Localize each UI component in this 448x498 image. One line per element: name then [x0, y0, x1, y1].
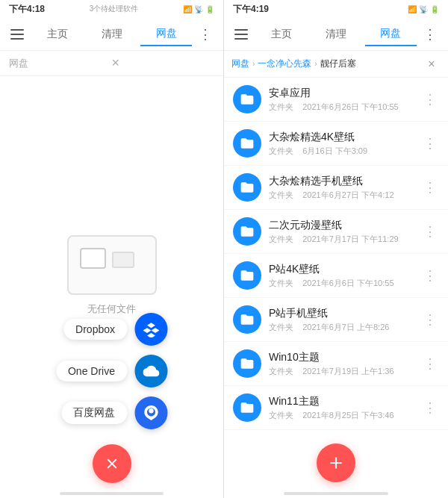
onedrive-icon	[143, 363, 159, 379]
breadcrumb-root[interactable]: 网盘	[231, 57, 249, 70]
file-name: 大杂烩精选手机壁纸	[269, 175, 421, 188]
file-item[interactable]: 安卓应用 文件夹 2021年6月26日 下午10:55 ⋮	[224, 78, 448, 122]
baidu-button[interactable]	[134, 396, 167, 429]
file-item[interactable]: P站手机壁纸 文件夹 2021年6月7日 上午8:26 ⋮	[224, 298, 448, 342]
file-info: 安卓应用 文件夹 2021年6月26日 下午10:55	[269, 87, 421, 113]
file-info: Win11主题 文件夹 2021年8月25日 下午3:46	[269, 395, 421, 421]
file-folder-icon	[233, 173, 261, 202]
left-panel: 下午4:18 3个待处理软件 📶 📡 🔋 主页 清理 网盘 ⋮ 网盘 × 无任何…	[0, 0, 224, 498]
file-item[interactable]: Win11主题 文件夹 2021年8月25日 下午3:46 ⋮	[224, 386, 448, 430]
file-info: Win10主题 文件夹 2021年7月19日 上午1:36	[269, 351, 421, 377]
left-tab-cloud[interactable]: 网盘	[140, 22, 192, 46]
folder-icon	[240, 92, 255, 107]
file-meta: 文件夹 2021年6月7日 上午8:26	[269, 322, 421, 333]
left-signal-icon: 📶	[183, 5, 192, 13]
breadcrumb-sep1: ›	[252, 60, 255, 68]
right-panel: 下午4:19 📶 📡 🔋 主页 清理 网盘 ⋮ 网盘 › 一念净心先森 › 靓仔…	[224, 0, 448, 498]
onedrive-item[interactable]: One Drive	[56, 355, 167, 387]
onedrive-label: One Drive	[56, 361, 127, 382]
right-battery-icon: 🔋	[430, 5, 439, 13]
file-name: Win11主题	[269, 395, 421, 408]
file-info: 二次元动漫壁纸 文件夹 2021年7月17日 下午11:29	[269, 219, 421, 245]
file-more-icon[interactable]: ⋮	[421, 178, 439, 196]
dropbox-item[interactable]: Dropbox	[63, 313, 167, 346]
left-empty-illustration	[67, 235, 157, 295]
left-empty-area: 无任何文件 Dropbox One Drive	[0, 76, 223, 489]
file-item[interactable]: 大杂烩精选手机壁纸 文件夹 2021年6月27日 下午4:12 ⋮	[224, 166, 448, 210]
breadcrumb-parent[interactable]: 一念净心先森	[258, 57, 311, 70]
left-battery-icon: 🔋	[205, 5, 214, 13]
file-more-icon[interactable]: ⋮	[421, 267, 439, 284]
file-folder-icon	[233, 129, 261, 158]
left-menu-icon[interactable]	[7, 24, 28, 45]
onedrive-button[interactable]	[134, 355, 167, 387]
left-search-close-icon[interactable]: ×	[112, 55, 215, 71]
right-time: 下午4:19	[233, 3, 269, 16]
file-item[interactable]: 二次元动漫壁纸 文件夹 2021年7月17日 下午11:29 ⋮	[224, 210, 448, 254]
file-meta: 文件夹 6月16日 下午3:09	[269, 146, 421, 157]
file-info: P站4K壁纸 文件夹 2021年6月6日 下午10:55	[269, 263, 421, 289]
file-item[interactable]: Win10主题 文件夹 2021年7月19日 上午1:36 ⋮	[224, 342, 448, 386]
file-name: P站4K壁纸	[269, 263, 421, 276]
left-status-bar: 下午4:18 3个待处理软件 📶 📡 🔋	[0, 0, 223, 18]
right-wifi-icon: 📡	[419, 5, 428, 13]
folder-icon	[240, 224, 255, 239]
file-more-icon[interactable]: ⋮	[421, 222, 439, 240]
file-item[interactable]: P站4K壁纸 文件夹 2021年6月6日 下午10:55 ⋮	[224, 254, 448, 298]
file-list: 安卓应用 文件夹 2021年6月26日 下午10:55 ⋮ 大杂烩精选4K壁纸 …	[224, 78, 448, 437]
file-folder-icon	[233, 85, 261, 113]
cloud-service-popup: Dropbox One Drive	[56, 313, 167, 429]
file-meta: 文件夹 2021年8月25日 下午3:46	[269, 410, 421, 421]
file-more-icon[interactable]: ⋮	[421, 134, 439, 152]
file-folder-icon	[233, 261, 261, 290]
add-icon	[326, 453, 346, 473]
baidu-item[interactable]: 百度网盘	[61, 396, 167, 429]
left-subtitle: 3个待处理软件	[90, 4, 139, 14]
file-more-icon[interactable]: ⋮	[421, 355, 439, 373]
file-name: P站手机壁纸	[269, 307, 421, 320]
left-status-icons: 📶 📡 🔋	[183, 5, 214, 13]
dropbox-label: Dropbox	[63, 319, 127, 340]
file-meta: 文件夹 2021年6月6日 下午10:55	[269, 278, 421, 289]
file-more-icon[interactable]: ⋮	[421, 90, 439, 108]
breadcrumb: 网盘 › 一念净心先森 › 靓仔后塞 ×	[224, 51, 448, 78]
right-fab-container	[224, 437, 448, 489]
breadcrumb-sep2: ›	[314, 60, 317, 68]
right-add-fab[interactable]	[317, 443, 355, 482]
file-folder-icon	[233, 393, 261, 422]
left-search-label: 网盘	[9, 57, 112, 70]
file-more-icon[interactable]: ⋮	[421, 311, 439, 329]
right-menu-icon[interactable]	[231, 24, 252, 45]
right-tab-home[interactable]: 主页	[255, 23, 307, 46]
right-more-icon[interactable]: ⋮	[420, 24, 441, 45]
file-name: Win10主题	[269, 351, 421, 364]
file-name: 大杂烩精选4K壁纸	[269, 131, 421, 144]
file-more-icon[interactable]: ⋮	[421, 399, 439, 417]
left-cancel-icon	[104, 455, 120, 472]
right-status-icons: 📶 📡 🔋	[408, 5, 439, 13]
right-signal-icon: 📶	[408, 5, 417, 13]
file-folder-icon	[233, 305, 261, 334]
folder-icon	[240, 312, 255, 327]
right-tab-cloud[interactable]: 网盘	[365, 22, 417, 46]
right-status-bar: 下午4:19 📶 📡 🔋	[224, 0, 448, 18]
folder-icon	[240, 400, 255, 415]
file-folder-icon	[233, 349, 261, 378]
folder-icon	[240, 356, 255, 371]
folder-icon	[240, 136, 255, 151]
file-info: P站手机壁纸 文件夹 2021年6月7日 上午8:26	[269, 307, 421, 333]
file-folder-icon	[233, 217, 261, 246]
file-name: 二次元动漫壁纸	[269, 219, 421, 232]
right-tab-clean[interactable]: 清理	[310, 23, 361, 46]
file-meta: 文件夹 2021年7月17日 下午11:29	[269, 234, 421, 245]
breadcrumb-close-icon[interactable]: ×	[423, 55, 441, 73]
dropbox-button[interactable]	[134, 313, 167, 346]
left-tab-clean[interactable]: 清理	[86, 23, 137, 46]
left-more-icon[interactable]: ⋮	[195, 24, 216, 45]
left-cancel-fab[interactable]	[93, 444, 131, 483]
svg-point-0	[149, 408, 153, 413]
left-bottom-bar	[60, 492, 164, 495]
left-tab-home[interactable]: 主页	[31, 23, 83, 46]
baidu-icon	[143, 405, 159, 421]
file-item[interactable]: 大杂烩精选4K壁纸 文件夹 6月16日 下午3:09 ⋮	[224, 122, 448, 166]
